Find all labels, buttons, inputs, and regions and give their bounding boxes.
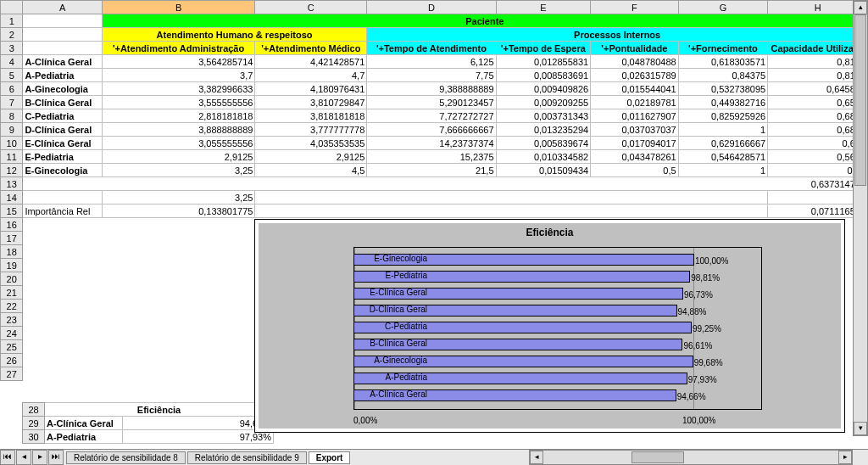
cell[interactable]: A-Clínica Geral xyxy=(45,417,123,430)
cell-proc-header[interactable]: Processos Internos xyxy=(367,28,868,42)
scroll-thumb-h[interactable] xyxy=(632,451,684,463)
cell[interactable]: 1 xyxy=(678,123,768,137)
row-header[interactable]: 24 xyxy=(1,327,23,340)
select-all-corner[interactable] xyxy=(1,1,23,14)
col-header-E[interactable]: E xyxy=(496,1,591,14)
cell[interactable]: A-Pediatria xyxy=(23,69,102,82)
horizontal-scrollbar[interactable]: ◂ ▸ xyxy=(529,450,853,465)
cell[interactable]: Importância Rel xyxy=(23,204,102,218)
sheet-tab[interactable]: Relatório de sensibilidade 9 xyxy=(187,451,307,464)
cell[interactable]: 4,7 xyxy=(255,69,367,82)
cell[interactable]: 3,810729847 xyxy=(255,96,367,109)
cell[interactable]: 4,180976431 xyxy=(255,82,367,96)
cell[interactable]: E-Pediatria xyxy=(23,150,102,164)
row-header[interactable]: 21 xyxy=(1,286,23,300)
cell[interactable]: 3,818181818 xyxy=(255,109,367,123)
row-header[interactable]: 25 xyxy=(1,340,23,354)
cell[interactable]: 0,133801775 xyxy=(102,204,255,218)
row-header[interactable]: 2 xyxy=(1,28,23,42)
col-header-G[interactable]: G xyxy=(678,1,768,14)
cell[interactable]: A-Pediatria xyxy=(45,430,123,444)
cell[interactable]: 0,5 xyxy=(591,164,679,177)
cell[interactable]: 3,25 xyxy=(102,191,255,204)
cell[interactable]: 0,01509434 xyxy=(496,164,591,177)
cell[interactable]: 1 xyxy=(678,164,768,177)
cell[interactable]: 3,888888889 xyxy=(102,123,255,137)
row-header[interactable]: 17 xyxy=(1,232,23,245)
cell[interactable] xyxy=(23,191,102,204)
col-header-F[interactable]: F xyxy=(591,1,679,14)
col-header-C[interactable]: C xyxy=(255,1,367,14)
cell[interactable]: 3,055555556 xyxy=(102,137,255,150)
cell[interactable]: 0,629166667 xyxy=(678,137,768,150)
cell[interactable]: 3,25 xyxy=(102,164,255,177)
cell[interactable]: 0,048780488 xyxy=(591,55,679,69)
cell[interactable]: 6,125 xyxy=(367,55,496,69)
cell[interactable]: 0,003731343 xyxy=(496,109,591,123)
tab-first-button[interactable]: ⏮ xyxy=(0,450,15,465)
scroll-right-button[interactable]: ▸ xyxy=(838,451,852,464)
cell[interactable]: A-Ginecologia xyxy=(23,82,102,96)
sheet-tab[interactable]: Export xyxy=(309,451,351,464)
cell[interactable]: 3,564285714 xyxy=(102,55,255,69)
scroll-left-button[interactable]: ◂ xyxy=(530,451,543,464)
cell[interactable]: 3,7 xyxy=(102,69,255,82)
row-header[interactable]: 23 xyxy=(1,313,23,327)
cell[interactable]: 0,02189781 xyxy=(591,96,679,109)
cell[interactable]: 14,23737374 xyxy=(367,137,496,150)
cell-h3-e[interactable]: '+Tempo de Espera xyxy=(496,42,591,55)
cell[interactable]: 0,012855831 xyxy=(496,55,591,69)
cell[interactable]: 0,009209255 xyxy=(496,96,591,109)
cell[interactable]: 0,005839674 xyxy=(496,137,591,150)
cell[interactable] xyxy=(23,177,768,191)
row-header[interactable]: 29 xyxy=(23,417,45,430)
row-header[interactable]: 15 xyxy=(1,204,23,218)
cell[interactable]: 0,011627907 xyxy=(591,109,679,123)
tab-next-button[interactable]: ▸ xyxy=(32,450,47,465)
row-header[interactable]: 9 xyxy=(1,123,23,137)
vertical-scrollbar[interactable]: ▴ ▾ xyxy=(853,0,868,436)
row-header[interactable]: 14 xyxy=(1,191,23,204)
cell[interactable]: D-Clínica Geral xyxy=(23,123,102,137)
cell[interactable]: 0,532738095 xyxy=(678,82,768,96)
cell-h3-c[interactable]: '+Atendimento Médico xyxy=(255,42,367,55)
cell[interactable]: 0,449382716 xyxy=(678,96,768,109)
cell[interactable] xyxy=(23,28,102,42)
cell-h3-f[interactable]: '+Pontualidade xyxy=(591,42,679,55)
row-header[interactable]: 7 xyxy=(1,96,23,109)
tab-prev-button[interactable]: ◂ xyxy=(16,450,31,465)
cell-paciente[interactable]: Paciente xyxy=(102,14,867,28)
sheet-tab[interactable]: Relatório de sensibilidade 8 xyxy=(66,451,186,464)
row-header[interactable]: 30 xyxy=(23,430,45,444)
cell[interactable]: 0,043478261 xyxy=(591,150,679,164)
cell[interactable]: 97,93% xyxy=(123,430,274,444)
row-header[interactable]: 26 xyxy=(1,354,23,367)
row-header[interactable]: 28 xyxy=(23,403,45,417)
cell[interactable]: 0,008583691 xyxy=(496,69,591,82)
cell-atend-header[interactable]: Atendimento Humano & respeitoso xyxy=(102,28,367,42)
cell[interactable]: 94,66% xyxy=(123,417,274,430)
cell[interactable]: 3,555555556 xyxy=(102,96,255,109)
cell[interactable]: A-Clínica Geral xyxy=(23,55,102,69)
row-header[interactable]: 19 xyxy=(1,259,23,272)
row-header[interactable]: 1 xyxy=(1,14,23,28)
tab-last-button[interactable]: ⏭ xyxy=(48,450,64,465)
row-header[interactable]: 11 xyxy=(1,150,23,164)
cell[interactable]: E-Ginecologia xyxy=(23,164,102,177)
col-header-D[interactable]: D xyxy=(367,1,496,14)
cell[interactable]: 3,382996633 xyxy=(102,82,255,96)
scroll-up-button[interactable]: ▴ xyxy=(854,1,867,14)
eff-header-cell[interactable]: Eficiência xyxy=(45,403,274,417)
cell[interactable] xyxy=(23,14,102,28)
scroll-down-button[interactable]: ▾ xyxy=(854,422,867,435)
cell[interactable] xyxy=(255,204,768,218)
row-header[interactable]: 13 xyxy=(1,177,23,191)
cell[interactable]: 4,421428571 xyxy=(255,55,367,69)
cell[interactable] xyxy=(255,191,768,204)
cell[interactable]: 0,84375 xyxy=(678,69,768,82)
row-header[interactable]: 27 xyxy=(1,367,23,381)
cell-h3-g[interactable]: '+Fornecimento xyxy=(678,42,768,55)
cell[interactable]: 0,546428571 xyxy=(678,150,768,164)
cell-h3-b[interactable]: '+Atendimento Administração xyxy=(102,42,255,55)
col-header-A[interactable]: A xyxy=(23,1,102,14)
